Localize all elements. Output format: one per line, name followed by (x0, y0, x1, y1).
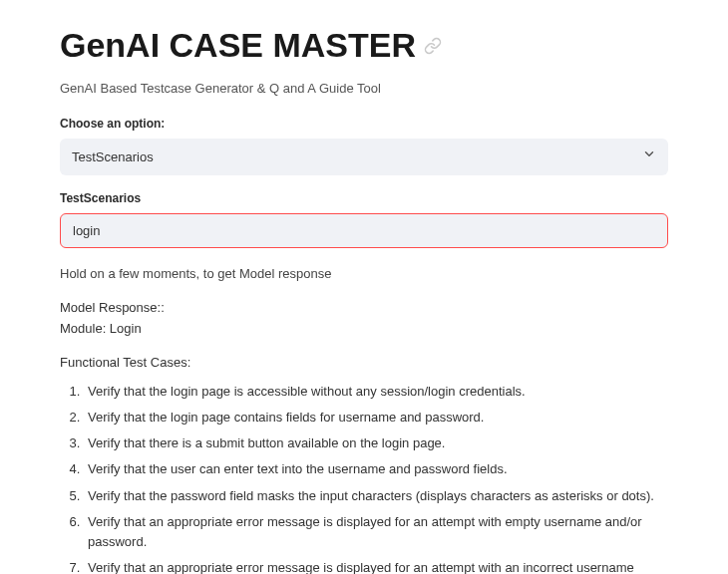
test-case-item: Verify that the password field masks the… (84, 486, 668, 506)
page-title-text: GenAI CASE MASTER (60, 20, 416, 71)
option-select-wrapper: TestScenarios (60, 139, 668, 176)
option-label: Choose an option: (60, 115, 668, 133)
scenario-input[interactable] (60, 213, 668, 248)
test-case-item: Verify that an appropriate error message… (84, 558, 668, 574)
option-select[interactable]: TestScenarios (60, 139, 668, 176)
page-title: GenAI CASE MASTER (60, 20, 668, 71)
section-title: Functional Test Cases: (60, 353, 668, 373)
test-case-item: Verify that the user can enter text into… (84, 459, 668, 479)
response-header: Model Response:: (60, 298, 668, 318)
link-icon[interactable] (424, 37, 442, 55)
subtitle: GenAI Based Testcase Generator & Q and A… (60, 79, 668, 99)
status-text: Hold on a few moments, to get Model resp… (60, 264, 668, 284)
test-case-item: Verify that the login page is accessible… (84, 382, 668, 402)
test-case-item: Verify that the login page contains fiel… (84, 408, 668, 428)
test-case-item: Verify that there is a submit button ava… (84, 433, 668, 453)
scenario-label: TestScenarios (60, 189, 668, 207)
test-case-list: Verify that the login page is accessible… (60, 382, 668, 574)
test-case-item: Verify that an appropriate error message… (84, 512, 668, 552)
response-module: Module: Login (60, 319, 668, 339)
